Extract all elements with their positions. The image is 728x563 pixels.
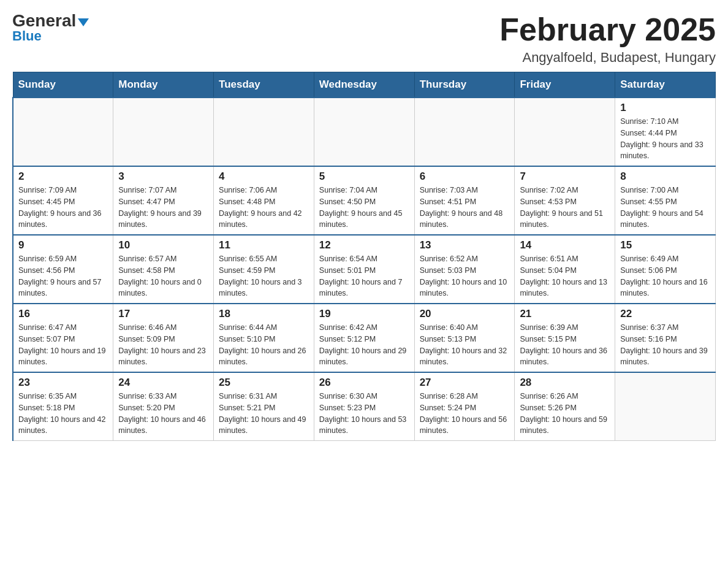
- calendar-week-3: 16Sunrise: 6:47 AMSunset: 5:07 PMDayligh…: [13, 304, 716, 372]
- calendar-week-0: 1Sunrise: 7:10 AMSunset: 4:44 PMDaylight…: [13, 98, 716, 166]
- calendar-cell: [13, 98, 113, 166]
- day-number: 27: [420, 377, 510, 389]
- calendar-cell: 18Sunrise: 6:44 AMSunset: 5:10 PMDayligh…: [214, 304, 314, 372]
- day-number: 9: [18, 239, 108, 251]
- calendar-cell: 2Sunrise: 7:09 AMSunset: 4:45 PMDaylight…: [13, 166, 113, 235]
- calendar-cell: 6Sunrise: 7:03 AMSunset: 4:51 PMDaylight…: [414, 166, 515, 235]
- day-info: Sunrise: 6:30 AMSunset: 5:23 PMDaylight:…: [319, 391, 409, 437]
- day-number: 8: [620, 170, 710, 183]
- day-header-thursday: Thursday: [414, 72, 515, 98]
- calendar-cell: [615, 372, 716, 441]
- calendar-cell: [214, 98, 314, 166]
- calendar-cell: 26Sunrise: 6:30 AMSunset: 5:23 PMDayligh…: [314, 372, 414, 441]
- calendar-week-4: 23Sunrise: 6:35 AMSunset: 5:18 PMDayligh…: [13, 372, 716, 441]
- location: Angyalfoeld, Budapest, Hungary: [499, 50, 716, 66]
- day-info: Sunrise: 7:10 AMSunset: 4:44 PMDaylight:…: [620, 116, 710, 162]
- day-info: Sunrise: 7:02 AMSunset: 4:53 PMDaylight:…: [520, 185, 610, 231]
- calendar-cell: 11Sunrise: 6:55 AMSunset: 4:59 PMDayligh…: [214, 235, 314, 304]
- day-info: Sunrise: 6:59 AMSunset: 4:56 PMDaylight:…: [18, 253, 108, 299]
- day-number: 26: [319, 377, 409, 389]
- title-block: February 2025 Angyalfoeld, Budapest, Hun…: [499, 12, 716, 66]
- day-number: 2: [18, 170, 108, 183]
- calendar-cell: [414, 98, 515, 166]
- day-header-tuesday: Tuesday: [214, 72, 314, 98]
- day-header-friday: Friday: [515, 72, 615, 98]
- calendar-week-1: 2Sunrise: 7:09 AMSunset: 4:45 PMDaylight…: [13, 166, 716, 235]
- day-number: 23: [18, 377, 108, 389]
- day-info: Sunrise: 7:00 AMSunset: 4:55 PMDaylight:…: [620, 185, 710, 231]
- day-info: Sunrise: 6:40 AMSunset: 5:13 PMDaylight:…: [420, 322, 510, 368]
- day-number: 16: [18, 308, 108, 320]
- day-header-sunday: Sunday: [13, 72, 113, 98]
- calendar-cell: 25Sunrise: 6:31 AMSunset: 5:21 PMDayligh…: [214, 372, 314, 441]
- day-number: 13: [420, 239, 510, 251]
- logo-text: General: [12, 12, 89, 29]
- day-info: Sunrise: 6:51 AMSunset: 5:04 PMDaylight:…: [520, 253, 610, 299]
- day-info: Sunrise: 7:03 AMSunset: 4:51 PMDaylight:…: [420, 185, 510, 231]
- day-info: Sunrise: 6:33 AMSunset: 5:20 PMDaylight:…: [118, 391, 208, 437]
- calendar-cell: 12Sunrise: 6:54 AMSunset: 5:01 PMDayligh…: [314, 235, 414, 304]
- day-number: 14: [520, 239, 610, 251]
- calendar-header-row: SundayMondayTuesdayWednesdayThursdayFrid…: [13, 72, 716, 98]
- day-header-wednesday: Wednesday: [314, 72, 414, 98]
- day-info: Sunrise: 6:28 AMSunset: 5:24 PMDaylight:…: [420, 391, 510, 437]
- day-number: 10: [118, 239, 208, 251]
- day-info: Sunrise: 6:52 AMSunset: 5:03 PMDaylight:…: [420, 253, 510, 299]
- calendar-cell: 16Sunrise: 6:47 AMSunset: 5:07 PMDayligh…: [13, 304, 113, 372]
- calendar-cell: 20Sunrise: 6:40 AMSunset: 5:13 PMDayligh…: [414, 304, 515, 372]
- day-info: Sunrise: 6:26 AMSunset: 5:26 PMDaylight:…: [520, 391, 610, 437]
- day-number: 19: [319, 308, 409, 320]
- day-info: Sunrise: 6:39 AMSunset: 5:15 PMDaylight:…: [520, 322, 610, 368]
- calendar-cell: 10Sunrise: 6:57 AMSunset: 4:58 PMDayligh…: [113, 235, 214, 304]
- day-number: 24: [118, 377, 208, 389]
- calendar-cell: 7Sunrise: 7:02 AMSunset: 4:53 PMDaylight…: [515, 166, 615, 235]
- day-info: Sunrise: 7:09 AMSunset: 4:45 PMDaylight:…: [18, 185, 108, 231]
- calendar-cell: 14Sunrise: 6:51 AMSunset: 5:04 PMDayligh…: [515, 235, 615, 304]
- day-info: Sunrise: 7:07 AMSunset: 4:47 PMDaylight:…: [118, 185, 208, 231]
- calendar-cell: 21Sunrise: 6:39 AMSunset: 5:15 PMDayligh…: [515, 304, 615, 372]
- day-info: Sunrise: 6:37 AMSunset: 5:16 PMDaylight:…: [620, 322, 710, 368]
- calendar-cell: [314, 98, 414, 166]
- day-number: 7: [520, 170, 610, 183]
- day-number: 4: [219, 170, 309, 183]
- day-number: 1: [620, 102, 710, 114]
- calendar-cell: 17Sunrise: 6:46 AMSunset: 5:09 PMDayligh…: [113, 304, 214, 372]
- logo: General Blue: [12, 12, 89, 44]
- calendar-cell: 19Sunrise: 6:42 AMSunset: 5:12 PMDayligh…: [314, 304, 414, 372]
- calendar-cell: 5Sunrise: 7:04 AMSunset: 4:50 PMDaylight…: [314, 166, 414, 235]
- day-info: Sunrise: 6:46 AMSunset: 5:09 PMDaylight:…: [118, 322, 208, 368]
- day-number: 3: [118, 170, 208, 183]
- calendar-cell: 23Sunrise: 6:35 AMSunset: 5:18 PMDayligh…: [13, 372, 113, 441]
- calendar-cell: 27Sunrise: 6:28 AMSunset: 5:24 PMDayligh…: [414, 372, 515, 441]
- month-title: February 2025: [499, 12, 716, 47]
- day-info: Sunrise: 6:44 AMSunset: 5:10 PMDaylight:…: [219, 322, 309, 368]
- day-number: 17: [118, 308, 208, 320]
- day-info: Sunrise: 6:42 AMSunset: 5:12 PMDaylight:…: [319, 322, 409, 368]
- page-header: General Blue February 2025 Angyalfoeld, …: [12, 12, 716, 66]
- day-info: Sunrise: 6:55 AMSunset: 4:59 PMDaylight:…: [219, 253, 309, 299]
- calendar-cell: 1Sunrise: 7:10 AMSunset: 4:44 PMDaylight…: [615, 98, 716, 166]
- day-number: 11: [219, 239, 309, 251]
- day-number: 20: [420, 308, 510, 320]
- day-number: 25: [219, 377, 309, 389]
- day-info: Sunrise: 6:31 AMSunset: 5:21 PMDaylight:…: [219, 391, 309, 437]
- calendar-cell: 13Sunrise: 6:52 AMSunset: 5:03 PMDayligh…: [414, 235, 515, 304]
- day-info: Sunrise: 6:49 AMSunset: 5:06 PMDaylight:…: [620, 253, 710, 299]
- logo-blue: Blue: [12, 28, 42, 44]
- day-info: Sunrise: 6:35 AMSunset: 5:18 PMDaylight:…: [18, 391, 108, 437]
- calendar-cell: 4Sunrise: 7:06 AMSunset: 4:48 PMDaylight…: [214, 166, 314, 235]
- calendar-cell: 28Sunrise: 6:26 AMSunset: 5:26 PMDayligh…: [515, 372, 615, 441]
- day-number: 5: [319, 170, 409, 183]
- day-info: Sunrise: 7:06 AMSunset: 4:48 PMDaylight:…: [219, 185, 309, 231]
- calendar-cell: 9Sunrise: 6:59 AMSunset: 4:56 PMDaylight…: [13, 235, 113, 304]
- day-number: 15: [620, 239, 710, 251]
- day-number: 6: [420, 170, 510, 183]
- calendar-cell: 22Sunrise: 6:37 AMSunset: 5:16 PMDayligh…: [615, 304, 716, 372]
- calendar-week-2: 9Sunrise: 6:59 AMSunset: 4:56 PMDaylight…: [13, 235, 716, 304]
- calendar-table: SundayMondayTuesdayWednesdayThursdayFrid…: [12, 72, 716, 441]
- calendar-cell: [113, 98, 214, 166]
- day-info: Sunrise: 7:04 AMSunset: 4:50 PMDaylight:…: [319, 185, 409, 231]
- day-number: 28: [520, 377, 610, 389]
- calendar-cell: [515, 98, 615, 166]
- day-number: 18: [219, 308, 309, 320]
